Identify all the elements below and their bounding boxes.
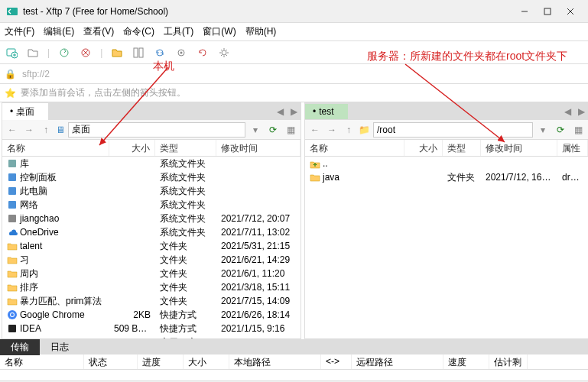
list-item[interactable]: java文件夹2021/7/12, 16:36drwxr bbox=[305, 170, 588, 184]
remote-path-input[interactable] bbox=[373, 122, 533, 138]
svg-rect-22 bbox=[8, 325, 16, 332]
tcol-status[interactable]: 状态 bbox=[84, 354, 138, 369]
lock-icon: 🔒 bbox=[5, 69, 16, 79]
view-toggle-icon[interactable]: ▦ bbox=[571, 123, 585, 137]
list-item[interactable]: Google Chrome2KB快捷方式2021/6/26, 18:14 bbox=[2, 308, 300, 322]
list-item[interactable]: 暴力匹配、prim算法文件夹2021/7/15, 14:09 bbox=[2, 294, 300, 308]
col-mtime[interactable]: 修改时间 bbox=[216, 140, 300, 156]
svg-rect-8 bbox=[139, 48, 143, 57]
local-tab-bar: • 桌面 ◀▶ bbox=[2, 103, 300, 120]
menu-window[interactable]: 窗口(W) bbox=[203, 25, 236, 38]
tcol-remote[interactable]: 远程路径 bbox=[352, 354, 443, 369]
hint-text: 要添加当前会话，点击左侧的箭头按钮。 bbox=[21, 86, 186, 99]
list-item[interactable]: 库系统文件夹 bbox=[2, 157, 300, 170]
title-bar: test - Xftp 7 (Free for Home/School) bbox=[0, 0, 588, 23]
local-columns: 名称 大小 类型 修改时间 bbox=[2, 140, 300, 157]
transfer-list[interactable] bbox=[0, 370, 588, 380]
local-path-input[interactable] bbox=[68, 122, 245, 138]
list-item[interactable]: .. bbox=[305, 157, 588, 170]
svg-rect-2 bbox=[544, 8, 551, 15]
local-file-list[interactable]: 库系统文件夹控制面板系统文件夹此电脑系统文件夹网络系统文件夹jiangchao系… bbox=[2, 157, 300, 338]
folder-icon bbox=[310, 172, 320, 183]
up-icon[interactable]: ↑ bbox=[39, 123, 53, 137]
list-item[interactable]: 习文件夹2021/6/21, 14:29 bbox=[2, 253, 300, 267]
menu-edit[interactable]: 编辑(E) bbox=[44, 25, 74, 38]
refresh-tb-icon[interactable] bbox=[196, 46, 210, 60]
menu-command[interactable]: 命令(C) bbox=[123, 25, 154, 38]
list-item[interactable]: 排序文件夹2021/3/18, 15:11 bbox=[2, 280, 300, 294]
forward-icon[interactable]: → bbox=[22, 123, 36, 137]
new-folder-icon[interactable] bbox=[110, 46, 124, 60]
back-icon[interactable]: ← bbox=[308, 123, 322, 137]
col-size[interactable]: 大小 bbox=[404, 140, 443, 156]
svg-rect-14 bbox=[8, 160, 16, 167]
user-icon bbox=[7, 213, 18, 224]
lib-icon bbox=[7, 158, 18, 169]
menu-view[interactable]: 查看(V) bbox=[83, 25, 114, 38]
tab-transfer[interactable]: 传输 bbox=[0, 339, 40, 355]
col-name[interactable]: 名称 bbox=[2, 140, 109, 156]
gif-icon bbox=[7, 337, 18, 338]
minimize-button[interactable] bbox=[513, 2, 536, 21]
layout-icon[interactable] bbox=[132, 46, 145, 60]
close-button[interactable] bbox=[559, 2, 582, 21]
remote-tab-bar: • test ◀▶ bbox=[305, 103, 588, 120]
list-item[interactable]: OneDrive系统文件夹2021/7/11, 13:02 bbox=[2, 225, 300, 239]
view-toggle-icon[interactable]: ▦ bbox=[284, 123, 297, 137]
net-icon bbox=[7, 199, 18, 210]
forward-icon[interactable]: → bbox=[325, 123, 339, 137]
remote-file-list[interactable]: ..java文件夹2021/7/12, 16:36drwxr bbox=[305, 157, 588, 338]
tcol-speed[interactable]: 速度 bbox=[443, 354, 489, 369]
open-session-icon[interactable] bbox=[26, 46, 40, 60]
refresh-icon[interactable]: ⟳ bbox=[553, 125, 568, 135]
history-icon[interactable]: ▾ bbox=[249, 123, 262, 137]
col-name[interactable]: 名称 bbox=[305, 140, 404, 156]
settings-icon[interactable] bbox=[217, 46, 231, 60]
sync-icon[interactable] bbox=[153, 46, 167, 60]
col-type[interactable]: 类型 bbox=[443, 140, 481, 156]
tcol-dir[interactable]: <-> bbox=[321, 354, 352, 369]
maximize-button[interactable] bbox=[536, 2, 559, 21]
tcol-size[interactable]: 大小 bbox=[184, 354, 229, 369]
remote-tab[interactable]: • test bbox=[305, 104, 348, 119]
col-attr[interactable]: 属性 bbox=[557, 140, 588, 156]
toolbar: | | bbox=[0, 41, 588, 64]
pc-icon bbox=[7, 186, 18, 196]
tab-log[interactable]: 日志 bbox=[40, 339, 80, 355]
tab-right-icon[interactable]: ▶ bbox=[287, 106, 300, 117]
col-mtime[interactable]: 修改时间 bbox=[481, 140, 557, 156]
bookmark-icon[interactable]: ⭐ bbox=[5, 88, 16, 99]
view-icon[interactable] bbox=[174, 46, 188, 60]
tab-left-icon[interactable]: ◀ bbox=[273, 106, 287, 117]
col-type[interactable]: 类型 bbox=[155, 140, 216, 156]
svg-point-10 bbox=[180, 51, 183, 53]
list-item[interactable]: jiangchao系统文件夹2021/7/12, 20:07 bbox=[2, 212, 300, 225]
tcol-eta[interactable]: 估计剩 bbox=[489, 354, 528, 369]
menu-tools[interactable]: 工具(T) bbox=[164, 25, 193, 38]
hint-bar: ⭐ 要添加当前会话，点击左侧的箭头按钮。 bbox=[0, 84, 588, 102]
menu-file[interactable]: 文件(F) bbox=[5, 25, 34, 38]
new-session-icon[interactable] bbox=[5, 46, 18, 60]
up-icon[interactable]: ↑ bbox=[342, 123, 356, 137]
list-item[interactable]: 此电脑系统文件夹 bbox=[2, 184, 300, 198]
list-item[interactable]: 周内文件夹2021/6/1, 11:20 bbox=[2, 267, 300, 280]
history-icon[interactable]: ▾ bbox=[536, 123, 550, 137]
tcol-name[interactable]: 名称 bbox=[0, 354, 84, 369]
list-item[interactable]: IDEA509 Bytes快捷方式2021/1/15, 9:16 bbox=[2, 322, 300, 335]
back-icon[interactable]: ← bbox=[5, 123, 19, 137]
list-item[interactable]: talent文件夹2021/5/31, 21:15 bbox=[2, 239, 300, 253]
tab-right-icon[interactable]: ▶ bbox=[574, 106, 588, 117]
list-item[interactable]: 网络系统文件夹 bbox=[2, 198, 300, 212]
list-item[interactable]: 控制面板系统文件夹 bbox=[2, 170, 300, 184]
col-size[interactable]: 大小 bbox=[109, 140, 155, 156]
session-url[interactable]: sftp://2 bbox=[22, 69, 50, 79]
refresh-icon[interactable]: ⟳ bbox=[265, 125, 281, 135]
list-item[interactable]: GifCam.exe1.58MB应用程序2020/3/11, 10:30 bbox=[2, 335, 300, 338]
local-tab[interactable]: • 桌面 bbox=[2, 103, 48, 121]
tab-left-icon[interactable]: ◀ bbox=[560, 106, 574, 117]
tcol-local[interactable]: 本地路径 bbox=[229, 354, 321, 369]
menu-help[interactable]: 帮助(H) bbox=[245, 25, 277, 38]
tcol-progress[interactable]: 进度 bbox=[138, 354, 184, 369]
disconnect-icon[interactable] bbox=[79, 46, 93, 60]
reconnect-icon[interactable] bbox=[57, 46, 71, 60]
